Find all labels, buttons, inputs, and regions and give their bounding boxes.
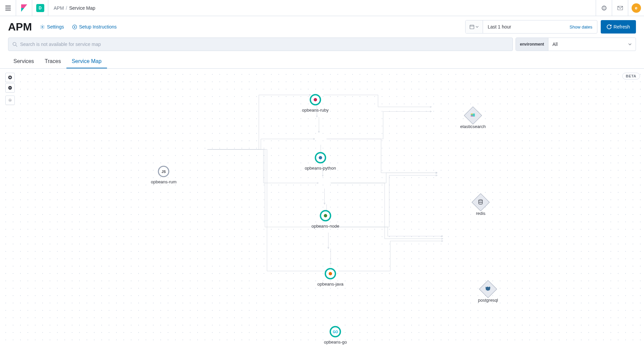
minus-icon [8,86,12,90]
svg-rect-6 [470,25,474,29]
node-java[interactable]: opbeans-java [317,268,343,287]
top-nav-right: e [596,0,644,16]
environment-filter: environment All [516,38,636,51]
calendar-icon [470,24,474,29]
svg-point-3 [42,26,43,27]
service-icon [325,268,336,280]
setup-label: Setup Instructions [79,24,117,29]
map-controls [5,73,15,106]
header-right: Last 1 hour Show dates Refresh [465,20,636,34]
service-icon: GO [330,326,341,338]
chevron-down-icon [476,26,479,28]
svg-point-1 [603,6,605,10]
node-elasticsearch[interactable]: elasticsearch [460,109,486,129]
service-map-canvas[interactable]: BETA JSopbeans-rumopbeans-rubyopbeans-py… [0,69,644,344]
date-picker: Last 1 hour Show dates [465,20,597,34]
fit-view-button[interactable] [5,96,15,105]
service-icon: JS [158,166,169,177]
page-header: APM Settings Setup Instructions Last 1 h… [0,16,644,38]
chevron-down-icon [628,43,632,45]
tab-services[interactable]: Services [8,55,39,68]
environment-value: All [552,42,558,47]
zoom-in-button[interactable] [5,73,15,82]
search-icon [12,42,17,47]
node-label: opbeans-java [317,282,343,287]
node-label: elasticsearch [460,124,486,129]
mail-button[interactable] [612,0,628,16]
breadcrumb-root[interactable]: APM [54,5,64,11]
gear-icon [40,24,45,29]
node-label: opbeans-rum [151,179,177,184]
tab-traces[interactable]: Traces [39,55,66,68]
crosshair-icon [8,98,12,103]
svg-point-11 [10,100,11,101]
service-icon [310,94,321,106]
node-label: redis [476,211,485,216]
refresh-button[interactable]: Refresh [601,20,636,34]
node-go[interactable]: GOopbeans-go [324,326,347,345]
setup-icon [72,24,77,29]
diamond-icon [474,196,487,209]
plus-icon [8,75,12,79]
search-input-disabled: Search is not available for service map [8,38,513,51]
node-redis[interactable]: redis [474,196,487,216]
refresh-icon [607,24,611,29]
node-ruby[interactable]: opbeans-ruby [302,94,329,113]
beta-badge: BETA [622,73,640,79]
space-badge: D [36,4,44,12]
show-dates-link[interactable]: Show dates [570,24,592,29]
environment-select[interactable]: All [548,38,636,51]
node-label: opbeans-python [305,166,336,171]
search-row: Search is not available for service map … [0,38,644,55]
svg-point-7 [13,42,16,45]
top-nav: D APM / Service Map e [0,0,644,16]
user-avatar: e [632,3,641,13]
breadcrumb-separator: / [66,5,67,11]
node-node[interactable]: opbeans-node [311,210,339,229]
service-icon [320,210,331,222]
user-menu[interactable]: e [628,0,644,16]
diamond-icon [467,109,479,122]
space-selector[interactable]: D [32,0,48,16]
environment-label: environment [516,38,548,51]
date-range[interactable]: Last 1 hour Show dates [483,20,597,33]
diamond-icon [482,283,494,296]
node-label: opbeans-ruby [302,108,329,113]
refresh-label: Refresh [613,24,630,29]
top-nav-left: D APM / Service Map [0,0,101,16]
newsfeed-icon [601,5,607,11]
svg-point-5 [74,26,75,27]
page-title: APM [8,21,32,33]
svg-point-12 [479,199,483,201]
node-label: postgresql [478,298,498,303]
service-icon [315,152,326,164]
date-picker-calendar-button[interactable] [466,20,483,33]
settings-label: Settings [47,24,64,29]
newsfeed-button[interactable] [596,0,612,16]
breadcrumb-current: Service Map [69,5,95,11]
nav-menu-button[interactable] [0,0,16,16]
tabs: Services Traces Service Map [0,55,644,69]
setup-link[interactable]: Setup Instructions [72,24,117,29]
node-python[interactable]: opbeans-python [305,152,336,171]
settings-link[interactable]: Settings [40,24,64,29]
search-placeholder: Search is not available for service map [20,42,101,47]
mail-icon [618,6,623,10]
kibana-logo[interactable] [16,0,32,16]
node-postgresql[interactable]: postgresql [478,283,498,303]
kibana-logo-icon [21,4,27,12]
node-rum[interactable]: JSopbeans-rum [151,166,177,184]
zoom-out-button[interactable] [5,83,15,93]
node-label: opbeans-go [324,340,347,345]
node-label: opbeans-node [311,224,339,229]
hamburger-icon [5,6,11,10]
breadcrumbs: APM / Service Map [48,5,101,11]
date-range-text: Last 1 hour [488,24,511,29]
tab-service-map[interactable]: Service Map [66,55,107,68]
